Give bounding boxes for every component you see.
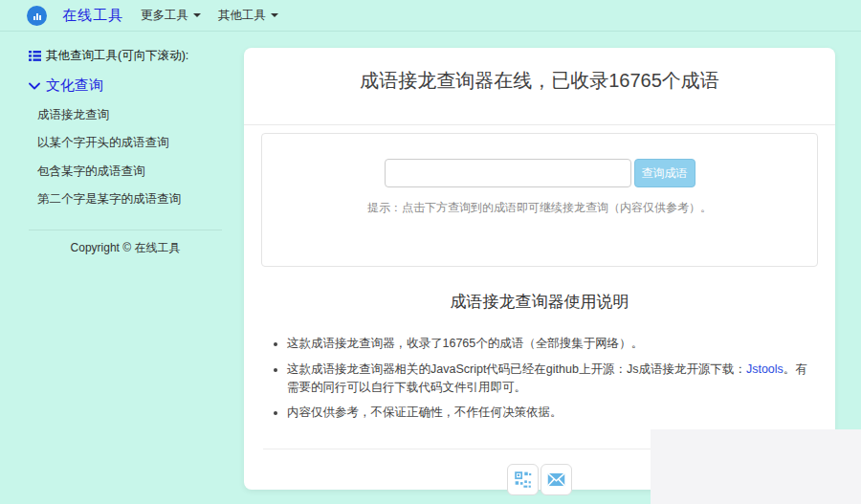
page-title: 成语接龙查询器在线，已收录16765个成语 (244, 68, 835, 93)
usage-heading: 成语接龙查询器使用说明 (244, 291, 835, 313)
site-logo-icon[interactable] (27, 6, 47, 26)
idiom-search-input[interactable] (385, 159, 631, 187)
qrcode-share-button[interactable] (507, 464, 539, 495)
query-idiom-button[interactable]: 查询成语 (634, 159, 695, 187)
list-icon (29, 51, 41, 61)
chevron-down-icon (29, 82, 40, 90)
brand-link[interactable]: 在线工具 (62, 7, 123, 25)
query-hint-text: 提示：点击下方查询到的成语即可继续接龙查询（内容仅供参考）。 (262, 200, 817, 216)
sidebar: 其他查询工具(可向下滚动): 文化查询 成语接龙查询 以某个字开头的成语查询 包… (29, 48, 222, 256)
email-share-button[interactable] (541, 464, 572, 495)
sidebar-tool-list: 成语接龙查询 以某个字开头的成语查询 包含某字的成语查询 第二个字是某字的成语查… (29, 107, 222, 208)
ad-placeholder-frame (651, 429, 861, 504)
qrcode-icon (513, 470, 533, 490)
usage-bullet-3-text: 内容仅供参考，不保证正确性，不作任何决策依据。 (287, 405, 563, 419)
caret-down-icon (193, 13, 201, 17)
sidebar-header: 其他查询工具(可向下滚动): (29, 48, 222, 64)
email-icon (546, 470, 566, 490)
menu-more-tools[interactable]: 更多工具 (141, 8, 201, 24)
usage-bullet-2-before: 这款成语接龙查询器相关的JavaScript代码已经在github上开源：Js成… (287, 362, 746, 376)
sidebar-header-label: 其他查询工具(可向下滚动): (46, 48, 188, 64)
query-panel: 查询成语 提示：点击下方查询到的成语即可继续接龙查询（内容仅供参考）。 (261, 133, 818, 267)
title-divider (244, 124, 835, 125)
sidebar-item-idiom-contains[interactable]: 包含某字的成语查询 (37, 164, 222, 180)
sidebar-category-culture[interactable]: 文化查询 (29, 77, 222, 95)
sidebar-item-idiom-second-char[interactable]: 第二个字是某字的成语查询 (37, 191, 222, 208)
usage-list: 这款成语接龙查询器，收录了16765个的成语（全部搜集于网络）。 这款成语接龙查… (287, 335, 818, 422)
main-card: 成语接龙查询器在线，已收录16765个成语 查询成语 提示：点击下方查询到的成语… (244, 48, 835, 490)
sidebar-item-idiom-chain[interactable]: 成语接龙查询 (37, 107, 222, 123)
jstools-link[interactable]: Jstools (746, 362, 784, 376)
sidebar-divider (29, 230, 222, 230)
caret-down-icon (271, 13, 278, 17)
usage-bullet-2: 这款成语接龙查询器相关的JavaScript代码已经在github上开源：Js成… (287, 361, 818, 397)
top-navbar: 在线工具 更多工具 其他工具 (0, 0, 861, 32)
menu-other-tools-label: 其他工具 (218, 8, 266, 24)
menu-more-tools-label: 更多工具 (141, 8, 188, 24)
usage-bullet-1: 这款成语接龙查询器，收录了16765个的成语（全部搜集于网络）。 (287, 335, 818, 353)
usage-bullet-1-text: 这款成语接龙查询器，收录了16765个的成语（全部搜集于网络）。 (287, 337, 643, 350)
copyright-text: Copyright © 在线工具 (29, 240, 222, 256)
usage-bullet-3: 内容仅供参考，不保证正确性，不作任何决策依据。 (287, 404, 818, 422)
sidebar-item-idiom-starts-with[interactable]: 以某个字开头的成语查询 (37, 135, 222, 151)
sidebar-category-label: 文化查询 (46, 77, 103, 95)
menu-other-tools[interactable]: 其他工具 (218, 8, 278, 24)
